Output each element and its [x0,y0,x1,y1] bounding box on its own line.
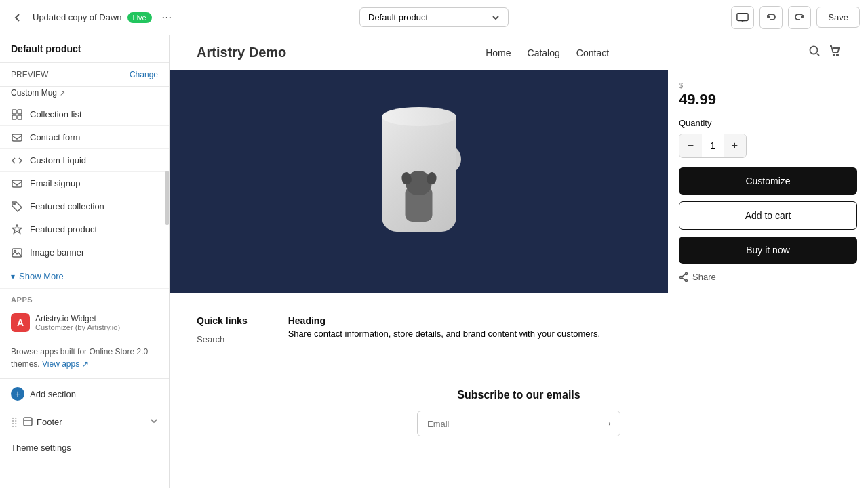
product-layout: $ 49.99 Quantity − + Customize Add to ca… [170,70,868,293]
browse-apps-text: Browse apps built for Online Store 2.0 t… [0,340,169,379]
change-link[interactable]: Change [130,70,158,79]
cart-icon[interactable] [829,45,841,60]
add-section-button[interactable]: + Add section [0,379,169,409]
theme-settings-link[interactable]: Theme settings [0,434,169,461]
topbar: Updated copy of Dawn Live ··· Default pr… [0,0,868,35]
preview-scroll[interactable]: Artistry Demo Home Catalog Contact [170,35,868,488]
save-button[interactable]: Save [816,7,860,28]
live-badge: Live [127,12,152,23]
sidebar-item-label: Image banner [30,247,84,258]
footer-icon [23,417,33,426]
artistry-app-icon: A [11,313,30,332]
email-icon [11,179,23,188]
sidebar-item-label: Contact form [30,132,80,142]
app-item-artistry[interactable]: A Artistry.io Widget Customizer (by Arti… [11,308,158,338]
tag-icon [11,202,23,211]
sidebar-scrollbar [165,35,169,488]
sidebar-item-label: Collection list [30,109,82,119]
nav-catalog[interactable]: Catalog [528,47,560,58]
store-logo: Artistry Demo [197,45,286,60]
store-nav: Artistry Demo Home Catalog Contact [170,35,868,70]
sidebar-item-contact-form[interactable]: Contact form [0,126,169,149]
view-apps-link[interactable]: View apps ↗ [42,359,88,369]
nav-contact[interactable]: Contact [576,47,609,58]
sidebar-title: Default product [11,43,158,54]
sidebar-item-collection-list[interactable]: Collection list [0,103,169,126]
footer-label: Footer [37,417,62,427]
product-image-container [170,70,668,293]
redo-icon [794,12,805,23]
sidebar-item-email-signup[interactable]: Email signup [0,172,169,195]
star-icon [11,225,23,235]
grid-icon [11,110,23,119]
more-options-button[interactable]: ··· [157,8,176,27]
quantity-increase-button[interactable]: + [724,134,746,157]
subscribe-title: Subscribe to our emails [197,389,841,401]
app-info: Artistry.io Widget Customizer (by Artist… [35,314,120,331]
product-image [365,107,473,256]
store-nav-actions [808,45,841,60]
undo-icon [766,12,776,23]
sidebar: Default product PREVIEW Change Custom Mu… [0,35,170,488]
svg-point-15 [686,279,688,281]
svg-point-7 [14,203,15,204]
svg-point-11 [810,47,817,54]
email-submit-button[interactable]: → [595,411,620,436]
sidebar-header: Default product [0,35,169,63]
nav-home[interactable]: Home [486,47,511,58]
svg-rect-1 [12,110,16,114]
image-icon [11,248,23,258]
share-row[interactable]: Share [679,272,857,282]
svg-rect-2 [18,110,22,114]
svg-rect-6 [12,180,22,187]
product-selector[interactable]: Default product [359,7,509,27]
buy-now-button[interactable]: Buy it now [679,237,857,264]
sidebar-item-featured-collection[interactable]: Featured collection [0,195,169,218]
product-price: 49.99 [679,91,857,108]
quantity-label: Quantity [679,118,857,128]
sidebar-item-custom-liquid[interactable]: Custom Liquid [0,149,169,172]
topbar-right: Save [514,6,860,29]
topbar-center: Default product [359,7,509,27]
footer-heading-col: Heading Share contact information, store… [288,315,841,348]
footer-expand-icon [150,417,158,427]
customize-button[interactable]: Customize [679,167,857,195]
sidebar-item-label: Custom Liquid [30,155,86,165]
quick-link-search[interactable]: Search [197,334,248,344]
footer-columns: Quick links Search Heading Share contact… [197,315,841,348]
preview-label: PREVIEW [11,70,48,79]
search-icon[interactable] [808,45,821,60]
back-button[interactable] [8,8,27,27]
main-layout: Default product PREVIEW Change Custom Mu… [0,35,868,488]
theme-name: Updated copy of Dawn [33,12,122,22]
quantity-input[interactable] [702,140,724,151]
price-prefix: $ [679,81,857,89]
chevron-down-icon [492,14,500,22]
monitor-button[interactable] [731,6,754,29]
drag-handle-icon: ⣿ [11,416,18,427]
sidebar-item-label: Featured product [30,224,97,235]
monitor-icon [736,12,749,23]
plus-icon: + [11,387,24,401]
sidebar-item-footer[interactable]: ⣿ Footer [0,409,169,434]
sidebar-item-featured-product[interactable]: Featured product [0,218,169,241]
quantity-decrease-button[interactable]: − [679,134,702,157]
product-panel: $ 49.99 Quantity − + Customize Add to ca… [668,70,868,293]
undo-button[interactable] [760,6,783,29]
store-nav-links: Home Catalog Contact [486,47,609,58]
show-more-button[interactable]: ▾ Show More [0,264,169,289]
redo-button[interactable] [788,6,811,29]
sidebar-item-image-banner[interactable]: Image banner [0,241,169,264]
chevron-down-icon: ▾ [11,272,15,281]
apps-label: APPS [11,296,158,304]
preview-area: Artistry Demo Home Catalog Contact [170,35,868,488]
svg-point-13 [837,54,838,56]
external-link-icon[interactable]: ↗ [60,89,65,97]
svg-point-12 [833,54,835,56]
add-to-cart-button[interactable]: Add to cart [679,201,857,230]
quick-links-title: Quick links [197,315,248,326]
email-input[interactable] [418,412,595,436]
svg-rect-3 [12,115,16,119]
sidebar-item-label: Featured collection [30,201,104,211]
share-label: Share [692,272,716,282]
